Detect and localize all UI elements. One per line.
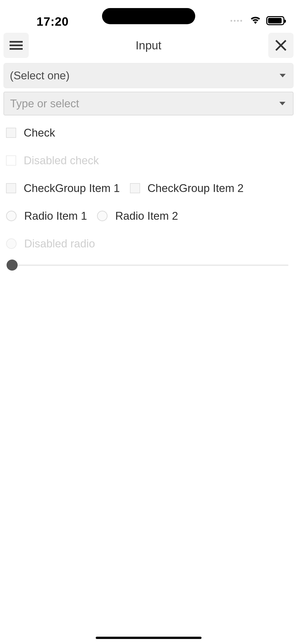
disabled-check-checkbox — [6, 155, 16, 166]
radio-2-label: Radio Item 2 — [115, 210, 178, 222]
status-right — [230, 15, 284, 26]
disabled-radio-row: Disabled radio — [4, 230, 293, 257]
content: (Select one) Type or select Check Disabl… — [0, 60, 297, 275]
svg-rect-2 — [10, 48, 23, 50]
slider[interactable] — [4, 257, 293, 273]
check-row: Check — [4, 119, 293, 147]
radio-item-2: Radio Item 2 — [97, 210, 178, 222]
checkgroup-1-label: CheckGroup Item 1 — [24, 182, 120, 195]
home-indicator[interactable] — [96, 637, 202, 639]
page-title: Input — [136, 39, 161, 52]
checkgroup-row: CheckGroup Item 1 CheckGroup Item 2 — [4, 174, 293, 202]
close-icon — [274, 39, 287, 52]
select-one-value: (Select one) — [10, 69, 70, 82]
menu-button[interactable] — [4, 33, 29, 58]
battery-icon — [266, 16, 284, 25]
wifi-icon — [249, 15, 262, 26]
cellular-icon — [230, 20, 242, 22]
dynamic-island — [102, 8, 195, 24]
slider-track — [9, 265, 288, 266]
close-button[interactable] — [268, 33, 293, 58]
status-time: 17:20 — [37, 15, 69, 28]
radio-item-1: Radio Item 1 — [6, 210, 87, 222]
type-or-select-combobox[interactable]: Type or select — [4, 92, 293, 115]
svg-rect-1 — [10, 45, 23, 46]
checkgroup-item-2: CheckGroup Item 2 — [130, 182, 244, 195]
check-label: Check — [24, 126, 55, 139]
chevron-down-icon — [279, 102, 285, 105]
checkgroup-item-1: CheckGroup Item 1 — [6, 182, 120, 195]
checkgroup-1-checkbox[interactable] — [6, 183, 16, 193]
type-or-select-placeholder: Type or select — [10, 97, 79, 110]
slider-thumb[interactable] — [7, 260, 18, 271]
svg-rect-0 — [10, 41, 23, 43]
chevron-down-icon — [280, 74, 286, 77]
hamburger-icon — [10, 39, 23, 52]
disabled-check-label: Disabled check — [24, 154, 99, 167]
disabled-radio-label: Disabled radio — [24, 237, 95, 250]
disabled-check-row: Disabled check — [4, 147, 293, 174]
radio-group-row: Radio Item 1 Radio Item 2 — [4, 202, 293, 230]
radio-1-label: Radio Item 1 — [24, 210, 87, 222]
radio-2[interactable] — [97, 211, 108, 221]
check-checkbox[interactable] — [6, 128, 16, 138]
radio-1[interactable] — [6, 211, 17, 221]
checkgroup-2-label: CheckGroup Item 2 — [148, 182, 244, 195]
app-header: Input — [0, 28, 297, 60]
status-bar: 17:20 — [0, 0, 297, 28]
checkgroup-2-checkbox[interactable] — [130, 183, 140, 193]
disabled-radio — [6, 238, 17, 249]
select-one-dropdown[interactable]: (Select one) — [4, 63, 293, 88]
